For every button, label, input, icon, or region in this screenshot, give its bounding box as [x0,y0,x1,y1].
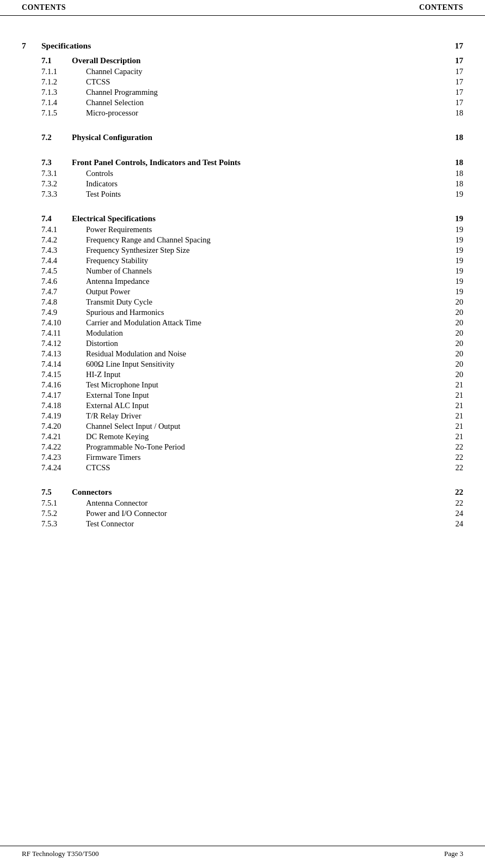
entry-7-5-3: 7.5.3 Test Connector 24 [22,519,463,529]
entry-7-4-15-title: HI-Z Input [86,370,120,379]
entry-7-4-4-page: 19 [456,256,464,265]
entry-7-3-2: 7.3.2 Indicators 18 [22,179,463,189]
page-header: CONTENTS CONTENTS [0,0,485,16]
entry-7-5-2: 7.5.2 Power and I/O Connector 24 [22,509,463,518]
header-left: CONTENTS [22,3,66,12]
section-7-5-title: Connectors [72,488,112,497]
entry-7-4-12: 7.4.12 Distortion 20 [22,339,463,348]
section-7-1-title: Overall Description [72,56,140,65]
entry-7-4-14-num: 7.4.14 [41,360,86,369]
entry-7-4-4-title: Frequency Stability [86,256,148,265]
section-7-1-page: 17 [455,56,463,65]
entry-7-4-22-page: 22 [456,442,464,452]
entry-7-5-1-num: 7.5.1 [41,499,86,508]
entry-7-4-6: 7.4.6 Antenna Impedance 19 [22,277,463,286]
entry-7-5-2-page: 24 [456,509,464,518]
entry-7-4-11-num: 7.4.11 [41,329,86,338]
entry-7-4-13-num: 7.4.13 [41,349,86,359]
entry-7-4-3-title: Frequency Synthesizer Step Size [86,246,189,255]
entry-7-4-18: 7.4.18 External ALC Input 21 [22,401,463,410]
entry-7-5-1-title: Antenna Connector [86,499,148,508]
entry-7-1-2-num: 7.1.2 [41,77,86,87]
entry-7-4-1-num: 7.4.1 [41,225,86,234]
entry-7-4-12-num: 7.4.12 [41,339,86,348]
entry-7-4-4: 7.4.4 Frequency Stability 19 [22,256,463,265]
entry-7-5-3-page: 24 [456,519,464,529]
entry-7-4-17-num: 7.4.17 [41,391,86,400]
entry-7-4-22-num: 7.4.22 [41,442,86,452]
entry-7-4-10-page: 20 [456,318,464,327]
section-7-3-num: 7.3 [41,158,72,167]
entry-7-4-9-title: Spurious and Harmonics [86,308,164,317]
section-7-3: 7.3 Front Panel Controls, Indicators and… [22,158,463,167]
entry-7-4-1-title: Power Requirements [86,225,152,234]
entry-7-4-10: 7.4.10 Carrier and Modulation Attack Tim… [22,318,463,327]
entry-7-4-14-title: 600Ω Line Input Sensitivity [86,360,175,369]
entry-7-4-24-title: CTCSS [86,463,110,472]
entry-7-4-16-page: 21 [456,380,464,390]
entry-7-1-5-page: 18 [456,108,464,118]
entry-7-1-1-num: 7.1.1 [41,67,86,76]
entry-7-4-6-title: Antenna Impedance [86,277,149,286]
chapter-7-title: Specifications [41,41,91,51]
entry-7-4-8-title: Transmit Duty Cycle [86,298,152,307]
entry-7-4-22: 7.4.22 Programmable No-Tone Period 22 [22,442,463,452]
entry-7-1-4-page: 17 [456,98,464,107]
entry-7-1-3-page: 17 [456,88,464,97]
chapter-7: 7 Specifications 17 [22,41,463,51]
entry-7-4-5-num: 7.4.5 [41,266,86,276]
entry-7-4-3-num: 7.4.3 [41,246,86,255]
page-footer: RF Technology T350/T500 Page 3 [0,846,485,858]
entry-7-5-3-num: 7.5.3 [41,519,86,529]
entry-7-4-6-page: 19 [456,277,464,286]
entry-7-4-7-title: Output Power [86,287,130,296]
entry-7-1-3-num: 7.1.3 [41,88,86,97]
entry-7-4-13-title: Residual Modulation and Noise [86,349,186,359]
entry-7-3-2-num: 7.3.2 [41,179,86,189]
entry-7-1-3: 7.1.3 Channel Programming 17 [22,88,463,97]
entry-7-1-5-num: 7.1.5 [41,108,86,118]
section-7-5-num: 7.5 [41,488,72,497]
entry-7-4-13: 7.4.13 Residual Modulation and Noise 20 [22,349,463,359]
entry-7-3-1-num: 7.3.1 [41,169,86,178]
entry-7-3-3-page: 19 [456,190,464,199]
entry-7-1-1: 7.1.1 Channel Capacity 17 [22,67,463,76]
entry-7-4-17-title: External Tone Input [86,391,149,400]
entry-7-4-11-title: Modulation [86,329,123,338]
entry-7-4-16-title: Test Microphone Input [86,380,158,390]
entry-7-3-1-page: 18 [456,169,464,178]
entry-7-4-14: 7.4.14 600Ω Line Input Sensitivity 20 [22,360,463,369]
entry-7-5-2-title: Power and I/O Connector [86,509,167,518]
entry-7-4-24: 7.4.24 CTCSS 22 [22,463,463,472]
entry-7-4-18-num: 7.4.18 [41,401,86,410]
entry-7-4-21-num: 7.4.21 [41,432,86,441]
entry-7-1-5-title: Micro-processor [86,108,138,118]
entry-7-4-4-num: 7.4.4 [41,256,86,265]
entry-7-4-5-title: Number of Channels [86,266,152,276]
entry-7-4-20: 7.4.20 Channel Select Input / Output 21 [22,422,463,431]
entry-7-3-1: 7.3.1 Controls 18 [22,169,463,178]
entry-7-4-12-page: 20 [456,339,464,348]
entry-7-4-18-page: 21 [456,401,464,410]
page: CONTENTS CONTENTS 7 Specifications 17 7.… [0,0,485,868]
section-7-4-page: 19 [455,214,463,223]
entry-7-4-12-title: Distortion [86,339,118,348]
entry-7-3-2-title: Indicators [86,179,118,189]
footer-left: RF Technology T350/T500 [22,849,99,858]
entry-7-4-21: 7.4.21 DC Remote Keying 21 [22,432,463,441]
entry-7-4-6-num: 7.4.6 [41,277,86,286]
entry-7-4-23-page: 22 [456,453,464,462]
entry-7-4-20-page: 21 [456,422,464,431]
entry-7-1-3-title: Channel Programming [86,88,158,97]
entry-7-5-1: 7.5.1 Antenna Connector 22 [22,499,463,508]
section-7-2-page: 18 [455,133,463,142]
entry-7-5-1-page: 22 [456,499,464,508]
entry-7-1-1-title: Channel Capacity [86,67,142,76]
entry-7-3-1-title: Controls [86,169,113,178]
entry-7-4-15-page: 20 [456,370,464,379]
entry-7-3-2-page: 18 [456,179,464,189]
section-7-5-page: 22 [455,488,463,497]
entry-7-4-24-num: 7.4.24 [41,463,86,472]
entry-7-4-18-title: External ALC Input [86,401,149,410]
entry-7-4-8-num: 7.4.8 [41,298,86,307]
